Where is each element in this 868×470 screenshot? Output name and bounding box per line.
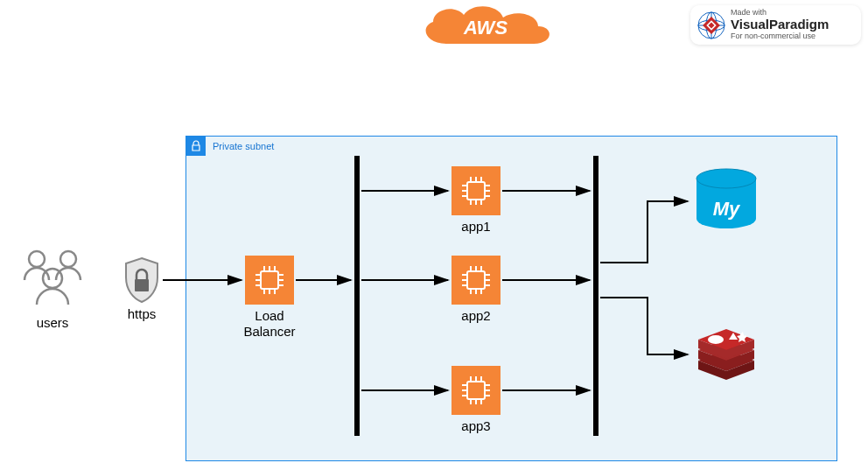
arrows-layer [0, 0, 868, 470]
